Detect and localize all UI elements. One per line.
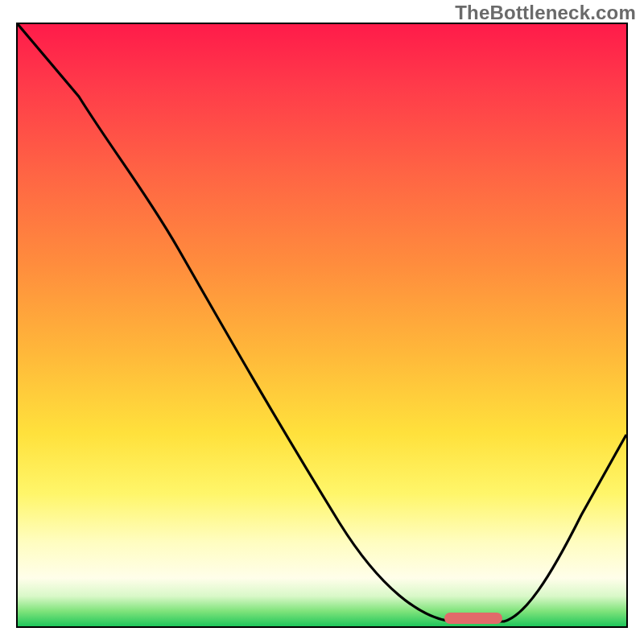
curve-svg <box>18 24 626 626</box>
optimum-marker <box>444 613 502 624</box>
plot-area <box>16 23 628 628</box>
watermark-text: TheBottleneck.com <box>455 2 636 24</box>
bottleneck-curve-path <box>18 24 626 621</box>
bottleneck-chart: TheBottleneck.com <box>0 0 644 644</box>
